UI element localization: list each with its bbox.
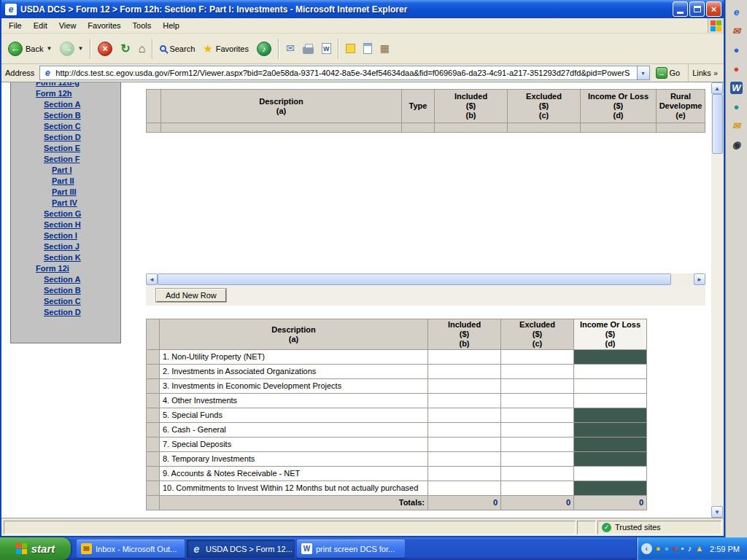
mail-button[interactable]: ✉ <box>282 40 298 57</box>
media-button[interactable]: ♪ <box>253 39 275 59</box>
print-button[interactable] <box>299 41 317 57</box>
notes-button[interactable] <box>342 41 359 56</box>
hide-tray-icons-button[interactable]: ‹ <box>641 543 652 554</box>
excluded-cell[interactable] <box>501 394 574 408</box>
volume-icon[interactable]: ♪ <box>688 545 692 553</box>
excluded-cell[interactable] <box>501 350 574 365</box>
media-player-icon[interactable]: ◉ <box>730 139 743 151</box>
excluded-cell[interactable] <box>501 423 574 438</box>
go-button[interactable]: → Go <box>654 66 685 79</box>
excluded-cell[interactable] <box>501 408 574 423</box>
ie-icon[interactable]: e <box>730 6 743 18</box>
included-cell[interactable] <box>428 365 501 379</box>
realplayer-icon[interactable]: ● <box>730 63 743 75</box>
back-button[interactable]: ← Back ▼ <box>4 39 55 59</box>
sidebar-link[interactable]: Section J <box>11 241 120 252</box>
warning-icon[interactable]: ▲ <box>695 545 703 553</box>
vertical-scroll-thumb[interactable] <box>712 94 723 154</box>
sidebar-link[interactable]: Section D <box>11 132 120 143</box>
included-cell[interactable] <box>428 438 501 452</box>
included-cell[interactable] <box>428 481 501 496</box>
sidebar-link[interactable]: Section K <box>11 252 120 263</box>
discuss-button[interactable]: ▦ <box>376 40 393 57</box>
taskbar-button-word[interactable]: Wprint screen DCS for... <box>297 540 405 558</box>
sidebar-link[interactable]: Part III <box>11 187 120 198</box>
update-icon[interactable]: ● <box>664 545 669 553</box>
restore-button[interactable] <box>689 1 705 17</box>
sidebar-link[interactable]: Section H <box>11 219 120 230</box>
included-cell[interactable] <box>428 452 501 467</box>
network-icon[interactable]: ▪ <box>681 545 684 553</box>
sidebar-link[interactable]: Section B <box>11 110 120 121</box>
sidebar-link[interactable]: Section C <box>11 296 120 307</box>
income-cell[interactable] <box>574 394 647 408</box>
sidebar-link[interactable]: Part IV <box>11 198 120 209</box>
excluded-cell[interactable] <box>501 467 574 481</box>
msn-icon[interactable]: ● <box>730 101 743 113</box>
sidebar-link[interactable]: Section G <box>11 209 120 219</box>
sidebar-link[interactable]: Section A <box>11 274 120 285</box>
excluded-cell[interactable] <box>501 379 574 394</box>
back-dropdown-icon[interactable]: ▼ <box>46 45 52 52</box>
included-cell[interactable] <box>428 467 501 481</box>
included-cell[interactable] <box>428 379 501 394</box>
menu-item-favorites[interactable]: Favorites <box>82 19 126 32</box>
search-button[interactable]: Search <box>156 42 198 56</box>
sidebar-link[interactable]: Form 12d-g <box>11 82 120 88</box>
included-cell[interactable] <box>428 350 501 365</box>
add-new-row-button[interactable]: Add New Row <box>156 289 226 302</box>
included-cell[interactable] <box>428 394 501 408</box>
menu-item-tools[interactable]: Tools <box>127 19 158 32</box>
security-icon[interactable]: ● <box>656 545 661 553</box>
forward-button[interactable]: → ▼ <box>56 39 87 59</box>
minimize-button[interactable] <box>673 1 688 17</box>
menu-item-file[interactable]: File <box>3 19 28 32</box>
antivirus-icon[interactable]: ● <box>673 545 678 553</box>
links-button[interactable]: Links » <box>688 64 721 82</box>
sidebar-link[interactable]: Section C <box>11 121 120 132</box>
menu-item-help[interactable]: Help <box>157 19 185 32</box>
included-cell[interactable] <box>428 423 501 438</box>
income-cell[interactable] <box>574 467 647 481</box>
scroll-up-icon[interactable]: ▲ <box>711 82 723 94</box>
sidebar-link[interactable]: Section E <box>11 143 120 154</box>
horizontal-scrollbar[interactable]: ◄ ► <box>146 273 705 285</box>
sidebar-link[interactable]: Section A <box>11 99 120 110</box>
income-cell[interactable] <box>574 365 647 379</box>
horizontal-scroll-thumb[interactable] <box>158 273 671 285</box>
income-cell[interactable] <box>574 379 647 394</box>
address-dropdown-icon[interactable]: ▼ <box>637 66 649 79</box>
outlook-icon[interactable]: ✉ <box>730 120 743 132</box>
sidebar-link[interactable]: Form 12i <box>11 263 120 274</box>
sidebar-link[interactable]: Section I <box>11 230 120 241</box>
app-blue-icon[interactable]: ● <box>730 44 743 56</box>
menu-item-edit[interactable]: Edit <box>28 19 53 32</box>
sidebar-link[interactable]: Form 12h <box>11 88 120 99</box>
menu-item-view[interactable]: View <box>53 19 82 32</box>
excluded-cell[interactable] <box>501 365 574 379</box>
scroll-right-icon[interactable]: ► <box>694 273 705 285</box>
excluded-cell[interactable] <box>501 452 574 467</box>
included-cell[interactable] <box>428 408 501 423</box>
sidebar-link[interactable]: Section F <box>11 154 120 165</box>
title-bar[interactable]: e USDA DCS > Form 12 > Form 12h: Section… <box>1 0 724 18</box>
sidebar-link[interactable]: Part II <box>11 176 120 187</box>
taskbar-button-ie[interactable]: eUSDA DCS > Form 12... <box>187 540 295 558</box>
edit-button[interactable]: W <box>318 40 335 57</box>
refresh-button[interactable]: ↻ <box>117 40 133 57</box>
excluded-cell[interactable] <box>501 438 574 452</box>
excluded-cell[interactable] <box>501 481 574 496</box>
favorites-button[interactable]: ★ Favorites <box>199 40 252 57</box>
home-button[interactable]: ⌂ <box>135 40 150 57</box>
scroll-left-icon[interactable]: ◄ <box>146 273 158 285</box>
close-button[interactable]: × <box>706 1 721 17</box>
scroll-down-icon[interactable]: ▼ <box>711 506 723 518</box>
vertical-scrollbar[interactable]: ▲ ▼ <box>711 82 724 518</box>
document-button[interactable] <box>360 40 376 57</box>
word-icon[interactable]: W <box>730 82 743 94</box>
mail-icon[interactable]: ✉ <box>730 25 743 37</box>
stop-button[interactable]: × <box>94 39 116 59</box>
sidebar-link[interactable]: Section B <box>11 285 120 296</box>
forward-dropdown-icon[interactable]: ▼ <box>77 45 83 52</box>
address-input[interactable]: e http://dcs.test.sc.egov.usda.gov/Form1… <box>39 66 649 80</box>
